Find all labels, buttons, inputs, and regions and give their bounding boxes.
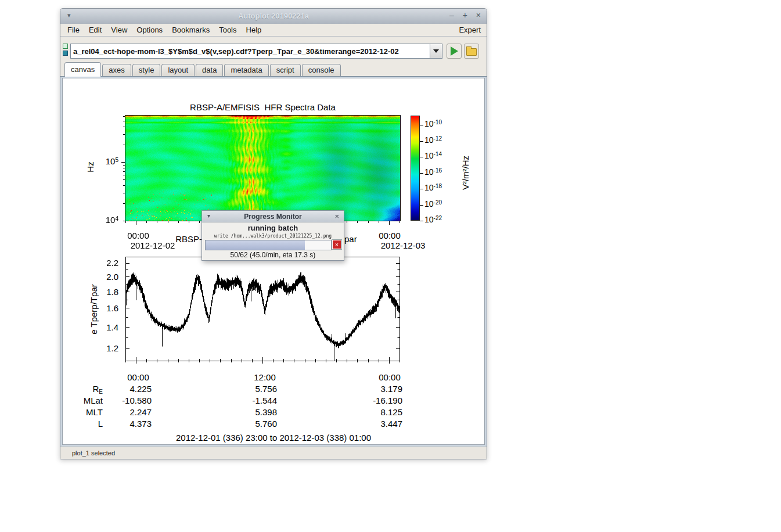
maximize-button[interactable]: + — [463, 10, 467, 20]
tab-bar: canvasaxesstylelayoutdatametadatascriptc… — [60, 63, 487, 77]
dialog-close-button[interactable]: × — [334, 212, 339, 221]
timeseries-xtick-label: 12:00 — [247, 372, 282, 382]
cancel-button[interactable]: × — [332, 240, 341, 249]
colorbar-tick-label: 10-10 — [424, 119, 459, 128]
table-cell: 5.760 — [213, 419, 277, 429]
colorbar-tick-mark — [420, 157, 423, 157]
table-cell: 4.225 — [88, 384, 152, 394]
progress-bar — [205, 240, 332, 250]
timeseries-ytick-label: 1.8 — [86, 287, 118, 297]
colorbar-tick-label: 10-18 — [424, 183, 459, 192]
close-button[interactable]: × — [476, 10, 481, 20]
chevron-down-icon — [433, 49, 439, 53]
tab-metadata[interactable]: metadata — [224, 64, 268, 76]
colorbar-tick-mark — [420, 189, 423, 189]
timeseries-ytick-label: 2.2 — [86, 258, 118, 268]
play-icon — [451, 46, 458, 56]
tab-console[interactable]: console — [302, 64, 341, 76]
colorbar-tick-mark — [420, 173, 423, 174]
menu-help[interactable]: Help — [242, 26, 267, 34]
status-bar: plot_1 selected — [60, 447, 487, 459]
menu-bookmarks[interactable]: Bookmarks — [167, 26, 214, 34]
dialog-title: Progress Monitor — [202, 213, 344, 221]
desktop: ▾ Autoplot 20190221a – + × FileEditViewO… — [0, 0, 781, 532]
table-cell: 2.247 — [88, 407, 152, 417]
spectro-ytick-label: 105 — [80, 156, 118, 166]
menu-view[interactable]: View — [106, 26, 132, 34]
window-title: Autoplot 20190221a — [60, 12, 487, 20]
open-file-button[interactable] — [464, 44, 479, 59]
table-cell: 3.179 — [339, 384, 402, 394]
timeseries-ytick-label: 1.6 — [86, 303, 118, 313]
menu-edit[interactable]: Edit — [84, 26, 106, 34]
table-cell: -1.544 — [213, 396, 277, 405]
colorbar-tick-mark — [420, 125, 423, 125]
colorbar-tick-mark — [420, 221, 423, 221]
uri-combobox — [70, 44, 442, 59]
table-cell: -16.190 — [339, 396, 402, 405]
colorbar-tick-label: 10-16 — [424, 167, 459, 177]
datasource-type-icon — [63, 44, 69, 56]
datasource-icon-top — [63, 44, 68, 49]
plot-canvas[interactable]: RBSP-A/EMFISIS HFR Spectra Data Hz e Tpe… — [62, 78, 485, 445]
table-cell: 5.756 — [213, 384, 277, 394]
spectro-ytick-label: 104 — [80, 215, 118, 225]
table-cell: 8.125 — [339, 407, 402, 417]
time-range-label: 2012-12-01 (336) 23:00 to 2012-12-03 (33… — [63, 433, 484, 443]
tab-script[interactable]: script — [270, 64, 301, 76]
spectro-xtick-date: 2012-12-03 — [377, 240, 429, 250]
table-cell: 4.373 — [88, 419, 152, 429]
timeseries-ytick-label: 2.0 — [86, 272, 118, 282]
colorbar-label: V²/m²/Hz — [460, 144, 470, 202]
minimize-button[interactable]: – — [449, 10, 454, 20]
progress-task-label: running batch — [202, 224, 344, 232]
table-cell: 3.447 — [339, 419, 402, 429]
tab-axes[interactable]: axes — [102, 64, 131, 76]
timeseries-ytick-label: 1.4 — [86, 322, 118, 332]
colorbar-tick-label: 10-14 — [424, 151, 459, 160]
tab-layout[interactable]: layout — [161, 64, 195, 76]
colorbar-tick-mark — [420, 205, 423, 206]
tab-canvas[interactable]: canvas — [64, 62, 101, 77]
table-cell: 5.398 — [213, 407, 277, 417]
spectro-xtick-date: 2012-12-02 — [127, 240, 179, 250]
window-titlebar[interactable]: ▾ Autoplot 20190221a – + × — [60, 9, 487, 24]
menu-tools[interactable]: Tools — [214, 26, 241, 34]
status-text: plot_1 selected — [72, 448, 115, 459]
timeseries-ytick-label: 1.2 — [86, 343, 118, 353]
canvas-container: RBSP-A/EMFISIS HFR Spectra Data Hz e Tpe… — [60, 77, 487, 447]
datasource-icon-bottom — [63, 51, 68, 56]
go-button[interactable] — [447, 44, 462, 59]
colorbar-tick-mark — [420, 141, 423, 142]
progress-status-label: 50/62 (45.0/min, eta 17.3 s) — [202, 251, 344, 259]
progress-bar-fill — [206, 240, 305, 250]
colorbar-tick-label: 10-12 — [424, 135, 459, 145]
colorbar-tick-label: 10-22 — [424, 215, 459, 224]
menu-file[interactable]: File — [63, 26, 84, 34]
spectrogram-plot[interactable] — [120, 110, 406, 227]
cancel-x-icon: × — [335, 241, 339, 248]
colorbar[interactable] — [411, 116, 420, 221]
expert-label[interactable]: Expert — [459, 26, 481, 34]
menu-options[interactable]: Options — [132, 26, 167, 34]
menu-bar: FileEditViewOptionsBookmarksToolsHelp Ex… — [60, 24, 487, 37]
tab-data[interactable]: data — [196, 64, 223, 76]
timeseries-xtick-label: 00:00 — [121, 372, 156, 382]
uri-toolbar — [60, 36, 487, 63]
spectro-xtick-label: 00:00 — [121, 231, 156, 240]
table-cell: -10.580 — [88, 396, 152, 405]
timeseries-xtick-label: 00:00 — [372, 372, 407, 382]
uri-dropdown-button[interactable] — [430, 44, 442, 59]
progress-detail-label: write /hom...walk3/product_20121225_12.p… — [202, 233, 344, 239]
uri-input[interactable] — [70, 44, 430, 59]
dialog-titlebar[interactable]: ▾ Progress Monitor × — [202, 211, 344, 222]
timeseries-plot[interactable] — [120, 251, 406, 367]
tab-style[interactable]: style — [132, 64, 161, 76]
colorbar-tick-label: 10-20 — [424, 199, 459, 209]
progress-monitor-dialog: ▾ Progress Monitor × running batch write… — [201, 210, 344, 261]
spectro-xtick-label: 00:00 — [372, 231, 407, 240]
folder-icon — [466, 48, 477, 56]
